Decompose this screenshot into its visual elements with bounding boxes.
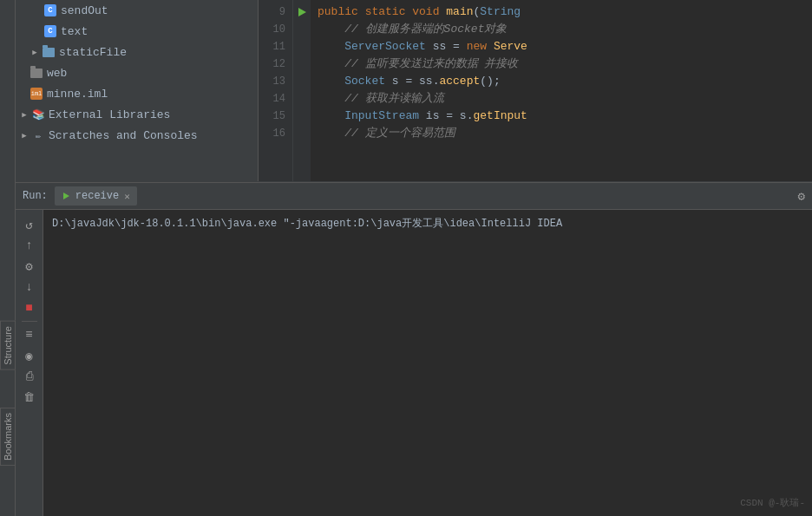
- folder-icon-web: [29, 66, 43, 80]
- run-output: D:\javaJdk\jdk-18.0.1.1\bin\java.exe "-j…: [43, 210, 812, 516]
- run-tab-name: receive: [75, 190, 119, 202]
- rerun-button[interactable]: ↺: [20, 215, 39, 234]
- chevron-staticfile: ▶: [29, 47, 40, 57]
- run-panel: Run: receive ✕ ⚙ ↺ ↑ ⚙ ↓ ■: [16, 182, 812, 516]
- web-label: web: [47, 67, 67, 80]
- run-toolbar: ↺ ↑ ⚙ ↓ ■ ≡ ◉ ⎙ 🗑: [16, 210, 43, 516]
- folder-icon-staticfile: [42, 45, 56, 59]
- structure-tab[interactable]: Structure: [0, 321, 16, 370]
- line-numbers: 9 10 11 12 13 14 15 16: [259, 0, 293, 181]
- scroll-up-button[interactable]: ↑: [20, 236, 39, 255]
- run-gutter: [293, 0, 311, 181]
- watermark: CSDN @-耿瑞-: [740, 496, 805, 509]
- run-header: Run: receive ✕ ⚙: [16, 182, 812, 210]
- tree-item-minne-iml[interactable]: iml minne.iml: [16, 83, 258, 104]
- tree-item-external-libraries[interactable]: ▶ 📚 External Libraries: [16, 104, 258, 125]
- tree-item-web[interactable]: web: [16, 62, 258, 83]
- scratches-label: Scratches and Consoles: [49, 129, 198, 142]
- tree-item-scratches[interactable]: ▶ ✏ Scratches and Consoles: [16, 125, 258, 146]
- run-tab-receive[interactable]: receive ✕: [55, 186, 137, 206]
- class-icon-sendout: C: [43, 3, 57, 17]
- output-line-1: D:\javaJdk\jdk-18.0.1.1\bin\java.exe "-j…: [52, 215, 803, 232]
- external-libraries-label: External Libraries: [49, 108, 170, 121]
- snapshot-button[interactable]: ◉: [20, 346, 39, 365]
- class-icon-text: C: [43, 24, 57, 38]
- settings-button[interactable]: ⚙: [20, 257, 39, 276]
- print-button[interactable]: ⎙: [20, 367, 39, 386]
- tree-item-staticfile[interactable]: ▶ staticFile: [16, 42, 258, 62]
- sendout-label: sendOut: [61, 4, 108, 17]
- library-icon: 📚: [31, 108, 45, 121]
- tree-item-sendout[interactable]: C sendOut: [16, 0, 258, 21]
- scratch-icon: ✏: [31, 128, 45, 142]
- minneiml-label: minne.iml: [47, 88, 108, 101]
- staticfile-label: staticFile: [59, 46, 127, 59]
- tree-item-text[interactable]: C text: [16, 21, 258, 42]
- structure-label: Structure: [3, 326, 13, 365]
- scroll-down-button[interactable]: ↓: [20, 278, 39, 297]
- text-label: text: [61, 25, 88, 38]
- run-label: Run:: [23, 190, 48, 202]
- dump-threads-button[interactable]: ≡: [20, 325, 39, 344]
- run-button-line9[interactable]: [296, 6, 308, 18]
- stop-button[interactable]: ■: [20, 298, 39, 317]
- bookmarks-tab[interactable]: Bookmarks: [0, 408, 16, 466]
- code-content: public static void main(String // 创建服务器端…: [311, 0, 812, 181]
- code-editor: 9 10 11 12 13 14 15 16: [259, 0, 812, 181]
- chevron-scratches: ▶: [19, 130, 29, 140]
- bookmarks-label: Bookmarks: [3, 413, 13, 460]
- clear-button[interactable]: 🗑: [20, 388, 39, 407]
- file-tree: C sendOut C text ▶ stati: [16, 0, 259, 181]
- tab-run-icon: [62, 191, 72, 201]
- run-tab-close[interactable]: ✕: [124, 191, 130, 202]
- iml-icon: iml: [29, 87, 43, 101]
- run-body: ↺ ↑ ⚙ ↓ ■ ≡ ◉ ⎙ 🗑 D:\javaJdk\jdk-18.0.1.…: [16, 210, 812, 516]
- chevron-external: ▶: [19, 109, 29, 120]
- toolbar-separator-1: [22, 321, 37, 322]
- gear-icon[interactable]: ⚙: [798, 189, 805, 204]
